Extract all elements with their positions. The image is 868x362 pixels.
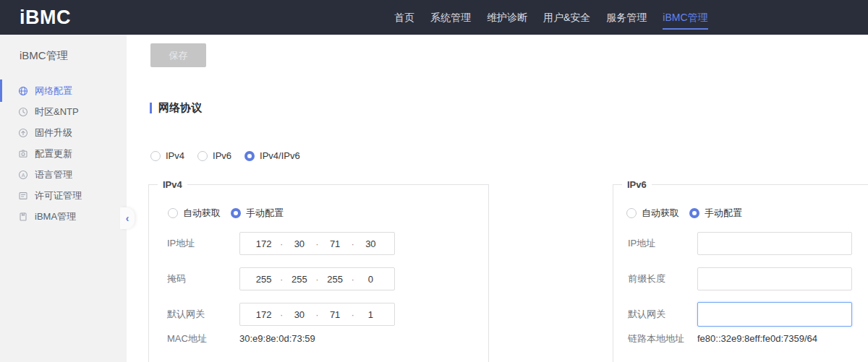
svg-text:A: A bbox=[22, 172, 25, 177]
field-label: MAC地址 bbox=[167, 327, 207, 350]
radio-checked-icon[interactable] bbox=[689, 208, 699, 218]
radio-checked-icon[interactable] bbox=[231, 208, 241, 218]
ipv6-mode-radio-group: 自动获取手动配置 bbox=[626, 207, 742, 220]
app-root: iBMC 首页系统管理维护诊断用户&安全服务管理iBMC管理 iBMC管理 网络… bbox=[0, 0, 868, 362]
ip-segment[interactable]: 0 bbox=[357, 274, 384, 285]
ip-segment[interactable]: 172 bbox=[250, 238, 277, 249]
top-nav: 首页系统管理维护诊断用户&安全服务管理iBMC管理 bbox=[394, 0, 708, 35]
section-title-text: 网络协议 bbox=[158, 101, 202, 115]
ip-address-input[interactable]: 172·30·71·30 bbox=[239, 232, 395, 255]
dot-separator: · bbox=[349, 238, 357, 249]
field-row: 前缀长度 bbox=[613, 267, 868, 290]
field-row: IP地址 bbox=[613, 232, 868, 255]
radio-label: 自动获取 bbox=[642, 207, 679, 220]
field-label: IP地址 bbox=[628, 232, 655, 255]
ip-segment[interactable]: 30 bbox=[357, 238, 384, 249]
radio-label: IPv4/IPv6 bbox=[260, 150, 300, 161]
sidebar-item[interactable]: 时区&NTP bbox=[0, 101, 127, 122]
sidebar: iBMC管理 网络配置时区&NTP固件升级配置更新A语言管理许可证管理iBMA管… bbox=[0, 35, 127, 362]
ip-address-input[interactable]: 255·255·255·0 bbox=[239, 267, 395, 290]
ip-segment[interactable]: 71 bbox=[322, 309, 349, 320]
radio-option[interactable]: IPv4 bbox=[150, 150, 184, 161]
dot-separator: · bbox=[277, 309, 286, 320]
ipv6-legend: IPv6 bbox=[622, 179, 652, 190]
sidebar-title: iBMC管理 bbox=[0, 35, 127, 63]
sidebar-item-label: 许可证管理 bbox=[35, 189, 82, 202]
sidebar-item[interactable]: iBMA管理 bbox=[0, 206, 127, 227]
dot-separator: · bbox=[313, 238, 322, 249]
field-value: 30:e9:8e:0d:73:59 bbox=[239, 327, 315, 350]
sidebar-item-label: 固件升级 bbox=[35, 126, 72, 139]
nav-item[interactable]: 用户&安全 bbox=[543, 0, 590, 35]
radio-icon[interactable] bbox=[150, 151, 161, 161]
sidebar-item-label: 时区&NTP bbox=[35, 105, 79, 118]
ip-segment[interactable]: 255 bbox=[322, 274, 349, 285]
ip-segment[interactable]: 30 bbox=[286, 309, 312, 320]
ip-segment[interactable]: 172 bbox=[250, 309, 277, 320]
ipv4-fieldset: IPv4 自动获取手动配置 IP地址172·30·71·30掩码255·255·… bbox=[148, 184, 489, 362]
section-title: 网络协议 bbox=[150, 101, 202, 115]
ipv4-mode-radio-group: 自动获取手动配置 bbox=[168, 207, 284, 220]
sidebar-item[interactable]: 配置更新 bbox=[0, 143, 127, 164]
radio-icon[interactable] bbox=[626, 208, 637, 218]
config-update-icon bbox=[18, 149, 28, 159]
save-button[interactable]: 保存 bbox=[150, 43, 206, 67]
field-label: IP地址 bbox=[167, 232, 195, 255]
sidebar-menu: 网络配置时区&NTP固件升级配置更新A语言管理许可证管理iBMA管理 bbox=[0, 80, 127, 227]
nav-item[interactable]: 首页 bbox=[394, 0, 414, 35]
sidebar-item[interactable]: 许可证管理 bbox=[0, 185, 127, 206]
radio-option[interactable]: IPv4/IPv6 bbox=[244, 150, 300, 161]
sidebar-item[interactable]: A语言管理 bbox=[0, 164, 127, 185]
sidebar-item-label: 配置更新 bbox=[35, 147, 72, 160]
field-row: 默认网关172·30·71·1 bbox=[149, 303, 488, 326]
radio-checked-icon[interactable] bbox=[244, 151, 255, 161]
text-input[interactable] bbox=[697, 267, 852, 290]
radio-option[interactable]: 手动配置 bbox=[231, 207, 284, 220]
upgrade-icon bbox=[18, 128, 28, 138]
protocol-radio-group: IPv4IPv6IPv4/IPv6 bbox=[150, 150, 300, 161]
field-label: 默认网关 bbox=[628, 303, 665, 326]
sidebar-item[interactable]: 固件升级 bbox=[0, 122, 127, 143]
ip-segment[interactable]: 1 bbox=[357, 309, 384, 320]
radio-option[interactable]: 自动获取 bbox=[626, 207, 679, 220]
field-label: 默认网关 bbox=[167, 303, 205, 326]
field-row: 链路本地地址fe80::32e9:8eff:fe0d:7359/64 bbox=[613, 327, 868, 350]
radio-option[interactable]: IPv6 bbox=[197, 150, 231, 161]
radio-label: 手动配置 bbox=[246, 207, 284, 220]
text-input[interactable] bbox=[697, 302, 852, 327]
ip-segment[interactable]: 255 bbox=[286, 274, 312, 285]
ip-segment[interactable]: 30 bbox=[286, 238, 312, 249]
nav-item[interactable]: 系统管理 bbox=[430, 0, 471, 35]
nav-item[interactable]: 维护诊断 bbox=[487, 0, 527, 35]
radio-option[interactable]: 手动配置 bbox=[689, 207, 742, 220]
radio-label: 手动配置 bbox=[705, 207, 742, 220]
sidebar-item[interactable]: 网络配置 bbox=[0, 80, 127, 101]
field-row: MAC地址30:e9:8e:0d:73:59 bbox=[149, 327, 488, 350]
dot-separator: · bbox=[349, 309, 357, 320]
text-input[interactable] bbox=[697, 232, 852, 255]
ip-address-input[interactable]: 172·30·71·1 bbox=[239, 303, 395, 326]
nav-item[interactable]: 服务管理 bbox=[606, 0, 647, 35]
top-bar: iBMC 首页系统管理维护诊断用户&安全服务管理iBMC管理 bbox=[0, 0, 868, 35]
chevron-left-icon: ‹ bbox=[126, 213, 129, 223]
ip-segment[interactable]: 255 bbox=[250, 274, 277, 285]
radio-icon[interactable] bbox=[197, 151, 208, 161]
radio-label: IPv4 bbox=[166, 150, 184, 161]
radio-icon[interactable] bbox=[168, 208, 178, 218]
nav-item[interactable]: iBMC管理 bbox=[663, 0, 707, 35]
dot-separator: · bbox=[313, 309, 322, 320]
dot-separator: · bbox=[277, 238, 286, 249]
ipv4-legend: IPv4 bbox=[158, 179, 187, 190]
app-logo: iBMC bbox=[20, 0, 71, 35]
language-icon: A bbox=[18, 170, 28, 180]
ipv6-fieldset: IPv6 自动获取手动配置 IP地址前缀长度默认网关链路本地地址fe80::32… bbox=[613, 184, 868, 362]
sidebar-item-label: iBMA管理 bbox=[35, 210, 76, 223]
field-label: 链路本地地址 bbox=[628, 327, 684, 350]
dot-separator: · bbox=[349, 274, 357, 285]
section-title-accent-bar bbox=[150, 103, 152, 113]
field-label: 掩码 bbox=[167, 267, 186, 290]
sidebar-collapse-button[interactable]: ‹ bbox=[120, 207, 135, 229]
ip-segment[interactable]: 71 bbox=[322, 238, 349, 249]
radio-option[interactable]: 自动获取 bbox=[168, 207, 221, 220]
ibma-icon bbox=[18, 212, 28, 222]
